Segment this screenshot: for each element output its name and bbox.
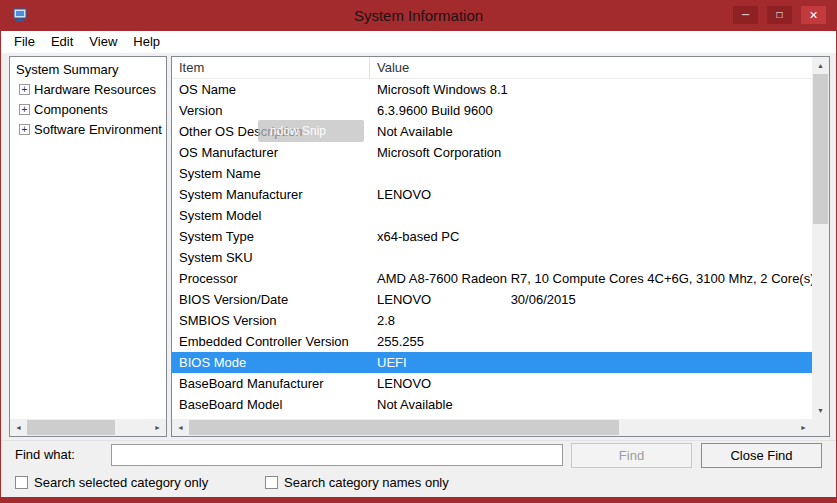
- table-row[interactable]: OS Name Microsoft Windows 8.1: [172, 79, 812, 100]
- value-cell: 2.8: [370, 310, 812, 331]
- item-cell: System Model: [172, 205, 370, 226]
- tree-item-system-summary[interactable]: System Summary: [10, 60, 166, 80]
- scroll-left-icon[interactable]: ◄: [172, 419, 189, 436]
- scrollbar-thumb[interactable]: [27, 420, 115, 435]
- column-header-item[interactable]: Item: [172, 57, 370, 78]
- maximize-button[interactable]: □: [767, 6, 792, 24]
- value-cell: AMD A8-7600 Radeon R7, 10 Compute Cores …: [370, 268, 812, 289]
- menu-edit[interactable]: Edit: [43, 31, 81, 53]
- scroll-up-icon[interactable]: ▲: [812, 57, 829, 74]
- vertical-scrollbar[interactable]: ▲ ▼: [812, 57, 829, 419]
- scrollbar-thumb[interactable]: [189, 420, 619, 435]
- tree-item-components[interactable]: +Components: [10, 100, 166, 120]
- table-row[interactable]: BaseBoard Model Not Available: [172, 394, 812, 415]
- tree-horizontal-scrollbar[interactable]: ◄ ►: [10, 419, 166, 436]
- title-bar[interactable]: System Information ─ □ ✕: [1, 0, 836, 31]
- table-row[interactable]: BIOS Version/Date LENOVO 30/06/2015: [172, 289, 812, 310]
- menu-help[interactable]: Help: [125, 31, 168, 53]
- value-cell: 255.255: [370, 331, 812, 352]
- system-information-window: System Information ─ □ ✕ FileEditViewHel…: [0, 0, 837, 503]
- tree-item-hardware-resources[interactable]: +Hardware Resources: [10, 80, 166, 100]
- item-cell: OS Manufacturer: [172, 142, 370, 163]
- item-cell: BaseBoard Model: [172, 394, 370, 415]
- table-row[interactable]: BaseBoard Manufacturer LENOVO: [172, 373, 812, 394]
- menu-bar: FileEditViewHelp: [1, 31, 836, 53]
- tree-item-label: System Summary: [16, 62, 119, 77]
- scrollbar-corner: [812, 419, 829, 436]
- caption-buttons: ─ □ ✕: [733, 6, 826, 24]
- expand-icon[interactable]: +: [19, 84, 30, 95]
- minimize-button[interactable]: ─: [733, 6, 758, 24]
- table-row[interactable]: System Manufacturer LENOVO: [172, 184, 812, 205]
- search-options-row: Search selected category only Search cat…: [1, 468, 836, 497]
- item-cell: Processor: [172, 268, 370, 289]
- menu-file[interactable]: File: [6, 31, 43, 53]
- tree-item-label: Components: [34, 102, 108, 117]
- table-row[interactable]: BIOS Mode UEFI: [172, 352, 812, 373]
- item-cell: BIOS Mode: [172, 352, 370, 373]
- item-cell: SMBIOS Version: [172, 310, 370, 331]
- item-cell: Embedded Controller Version: [172, 331, 370, 352]
- snip-tooltip-overlay: ndow Snip: [258, 120, 364, 142]
- column-header-value[interactable]: Value: [370, 57, 812, 78]
- value-cell: LENOVO: [370, 373, 812, 394]
- menu-view[interactable]: View: [81, 31, 125, 53]
- tree-item-software-environment[interactable]: +Software Environment: [10, 120, 166, 140]
- table-row[interactable]: Processor AMD A8-7600 Radeon R7, 10 Comp…: [172, 268, 812, 289]
- value-cell: Microsoft Corporation: [370, 142, 812, 163]
- horizontal-scrollbar[interactable]: ◄ ►: [172, 419, 812, 436]
- details-pane: Item Value OS Name Microsoft Windows 8.1…: [171, 56, 830, 437]
- expand-icon[interactable]: +: [19, 104, 30, 115]
- item-cell: Version: [172, 100, 370, 121]
- table-row[interactable]: Embedded Controller Version 255.255: [172, 331, 812, 352]
- item-cell: BIOS Version/Date: [172, 289, 370, 310]
- window-title: System Information: [1, 0, 836, 31]
- checkbox-label: Search category names only: [284, 468, 449, 497]
- scroll-left-icon[interactable]: ◄: [10, 419, 27, 436]
- item-cell: System SKU: [172, 247, 370, 268]
- value-cell: Not Available: [370, 394, 812, 415]
- search-category-names-option[interactable]: Search category names only: [265, 468, 449, 497]
- table-row[interactable]: System Model: [172, 205, 812, 226]
- table-row[interactable]: System Name: [172, 163, 812, 184]
- maximize-icon: □: [776, 10, 782, 20]
- find-input[interactable]: [111, 444, 563, 466]
- tree-item-label: Hardware Resources: [34, 82, 156, 97]
- value-cell: Microsoft Windows 8.1: [370, 79, 812, 100]
- value-cell: LENOVO 30/06/2015: [370, 289, 812, 310]
- checkbox-icon[interactable]: [15, 476, 28, 489]
- find-what-label: Find what:: [15, 441, 75, 469]
- find-bar: Find what: Find Close Find: [1, 440, 836, 468]
- find-button[interactable]: Find: [571, 443, 692, 468]
- item-cell: System Type: [172, 226, 370, 247]
- category-tree-pane: System Summary +Hardware Resources+Compo…: [9, 56, 167, 437]
- list-header: Item Value: [172, 57, 812, 79]
- search-selected-category-option[interactable]: Search selected category only: [15, 468, 208, 497]
- expand-icon[interactable]: +: [19, 124, 30, 135]
- scroll-right-icon[interactable]: ►: [795, 419, 812, 436]
- table-row[interactable]: OS Manufacturer Microsoft Corporation: [172, 142, 812, 163]
- item-cell: OS Name: [172, 79, 370, 100]
- table-row[interactable]: Version 6.3.9600 Build 9600: [172, 100, 812, 121]
- checkbox-icon[interactable]: [265, 476, 278, 489]
- item-cell: System Name: [172, 163, 370, 184]
- value-cell: x64-based PC: [370, 226, 812, 247]
- value-cell: UEFI: [370, 352, 812, 373]
- close-find-button[interactable]: Close Find: [701, 443, 822, 468]
- table-row[interactable]: System Type x64-based PC: [172, 226, 812, 247]
- value-cell: 6.3.9600 Build 9600: [370, 100, 812, 121]
- value-cell: Not Available: [370, 121, 812, 142]
- scroll-down-icon[interactable]: ▼: [812, 402, 829, 419]
- value-cell: [370, 205, 812, 226]
- value-cell: LENOVO: [370, 184, 812, 205]
- checkbox-label: Search selected category only: [34, 468, 208, 497]
- item-cell: BaseBoard Manufacturer: [172, 373, 370, 394]
- table-row[interactable]: SMBIOS Version 2.8: [172, 310, 812, 331]
- close-button[interactable]: ✕: [801, 6, 826, 24]
- category-tree: System Summary +Hardware Resources+Compo…: [10, 57, 166, 140]
- tree-children: +Hardware Resources+Components+Software …: [10, 80, 166, 140]
- table-row[interactable]: System SKU: [172, 247, 812, 268]
- value-cell: [370, 247, 812, 268]
- scroll-right-icon[interactable]: ►: [149, 419, 166, 436]
- scrollbar-thumb[interactable]: [813, 74, 828, 224]
